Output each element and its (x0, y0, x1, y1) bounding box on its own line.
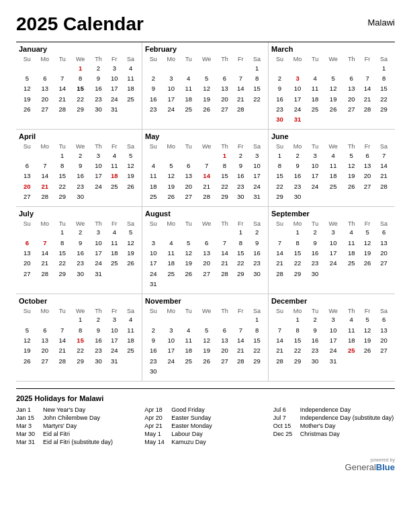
day-header: Mo (162, 220, 181, 228)
cal-day (54, 315, 71, 325)
day-header: Su (271, 55, 288, 63)
cal-day: 26 (122, 181, 139, 191)
cal-day: 6 (359, 150, 375, 161)
cal-day: 28 (359, 104, 375, 114)
cal-day: 16 (232, 171, 248, 181)
cal-day: 7 (271, 325, 288, 335)
cal-day: 31 (288, 115, 307, 125)
cal-day: 26 (181, 269, 197, 279)
cal-day: 11 (181, 336, 197, 346)
day-header: Fr (359, 142, 375, 150)
cal-day: 4 (122, 315, 139, 325)
cal-day: 6 (217, 73, 233, 83)
cal-day: 7 (217, 238, 233, 248)
cal-day: 20 (197, 259, 217, 269)
month-block-may: MaySuMoTuWeThFrSa12345678910111213141516… (142, 130, 269, 207)
cal-day: 30 (307, 269, 323, 279)
day-header: Th (217, 220, 233, 228)
cal-day (19, 63, 36, 73)
cal-day (181, 150, 197, 161)
cal-day: 13 (197, 248, 217, 258)
cal-day: 16 (248, 248, 265, 258)
cal-day: 20 (217, 346, 233, 356)
day-header: Tu (307, 55, 323, 63)
cal-day: 4 (122, 63, 139, 73)
cal-day: 7 (375, 150, 392, 161)
cal-day: 13 (19, 248, 36, 258)
cal-day: 9 (307, 325, 323, 335)
holiday-date: Apr 21 (144, 423, 169, 429)
cal-day (106, 191, 122, 202)
cal-day: 1 (71, 63, 91, 73)
cal-day: 12 (19, 84, 36, 94)
day-header: Su (271, 307, 288, 315)
cal-day: 24 (323, 346, 343, 356)
holiday-item: Mar 30Eid al Fitri (16, 431, 138, 437)
holiday-name: Independence Day (substitute day) (300, 414, 394, 421)
cal-day (36, 315, 54, 325)
month-block-july: JulySuMoTuWeThFrSa1234567891011121314151… (16, 207, 142, 294)
cal-day (181, 63, 197, 73)
cal-day (217, 63, 233, 73)
cal-day: 14 (217, 248, 233, 258)
cal-day: 2 (307, 228, 323, 238)
cal-day (375, 191, 392, 202)
month-name: July (19, 210, 139, 218)
cal-day: 1 (71, 315, 91, 325)
cal-table: SuMoTuWeThFrSa12345678910111213141516171… (145, 142, 265, 202)
cal-day: 18 (343, 336, 359, 346)
day-header: Fr (359, 220, 375, 228)
day-header: Tu (181, 55, 197, 63)
cal-day: 28 (36, 191, 54, 202)
cal-day: 14 (36, 171, 54, 181)
cal-day: 17 (323, 336, 343, 346)
cal-day (288, 63, 307, 73)
holiday-name: Easter Monday (171, 423, 212, 429)
cal-day: 13 (181, 171, 197, 181)
cal-day: 27 (359, 181, 375, 191)
cal-day: 10 (91, 238, 107, 248)
footer: powered by GeneralBlue (16, 455, 395, 472)
day-header: Mo (288, 220, 307, 228)
cal-day: 19 (162, 181, 181, 191)
cal-day: 21 (36, 181, 54, 191)
cal-day: 23 (145, 356, 162, 366)
cal-day (162, 63, 181, 73)
cal-day: 21 (271, 346, 288, 356)
cal-day: 15 (54, 248, 71, 258)
cal-table: SuMoTuWeThFrSa12345678910111213141516171… (19, 55, 139, 115)
cal-day (36, 150, 54, 161)
holiday-name: Labour Day (171, 431, 203, 437)
cal-table: SuMoTuWeThFrSa12345678910111213141516171… (19, 220, 139, 279)
day-header: Th (217, 307, 233, 315)
cal-day (271, 63, 288, 73)
cal-day: 28 (54, 104, 71, 114)
cal-day (323, 191, 343, 202)
cal-day: 22 (288, 259, 307, 269)
day-header: Tu (54, 307, 71, 315)
cal-day (359, 356, 375, 366)
day-header: Fr (359, 55, 375, 63)
month-name: May (145, 132, 265, 140)
cal-day: 23 (145, 104, 162, 114)
cal-day (248, 367, 265, 377)
cal-day: 21 (375, 171, 392, 181)
cal-day: 3 (106, 63, 122, 73)
day-header: Su (145, 55, 162, 63)
cal-day: 7 (36, 238, 54, 248)
cal-day: 21 (54, 346, 71, 356)
cal-day: 15 (54, 171, 71, 181)
day-header: We (197, 142, 217, 150)
month-name: June (271, 132, 392, 140)
cal-day: 23 (232, 181, 248, 191)
cal-day: 20 (343, 94, 359, 104)
cal-day: 2 (307, 315, 323, 325)
cal-day: 14 (232, 336, 248, 346)
cal-day (375, 356, 392, 366)
holiday-item: Jan 1New Year's Day (16, 406, 138, 413)
cal-day: 12 (359, 238, 375, 248)
cal-day: 21 (197, 181, 217, 191)
cal-day (375, 115, 392, 125)
holiday-date: Mar 3 (16, 423, 40, 429)
cal-table: SuMoTuWeThFrSa12345678910111213141516171… (271, 307, 392, 367)
